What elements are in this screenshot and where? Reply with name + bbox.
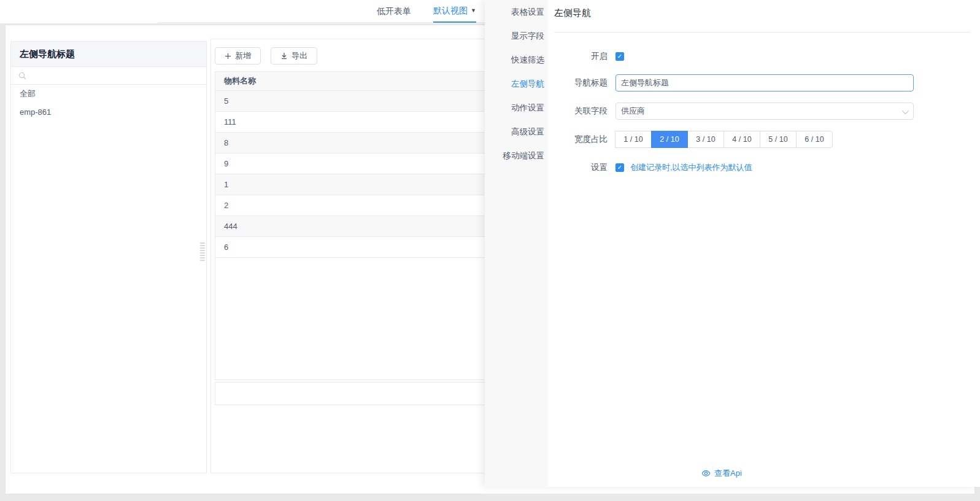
settings-label: 设置 — [548, 159, 608, 176]
check-icon: ✓ — [617, 53, 622, 60]
settings-menu-item[interactable]: 快速筛选 — [485, 48, 548, 72]
default-value-option-label[interactable]: 创建记录时,以选中列表作为默认值 — [630, 159, 752, 176]
settings-menu-item[interactable]: 显示字段 — [485, 24, 548, 48]
export-button[interactable]: 导出 — [271, 47, 317, 64]
related-field-row: 关联字段 供应商 — [548, 103, 947, 120]
view-tab[interactable]: 默认视图 ▼ — [433, 0, 476, 23]
caret-down-icon: ▼ — [471, 8, 476, 14]
download-icon — [280, 52, 288, 60]
width-ratio-option[interactable]: 1 / 10 — [615, 131, 652, 148]
width-ratio-label: 宽度占比 — [548, 131, 608, 148]
settings-panel: 左侧导航 开启 ✓ 导航标题 关联字段 — [548, 0, 980, 487]
table-toolbar: 新增 导出 — [215, 47, 317, 64]
export-button-label: 导出 — [291, 50, 307, 61]
enable-label: 开启 — [548, 48, 608, 65]
view-tabs: 低开表单 默认视图 ▼ — [158, 0, 485, 23]
settings-drawer: 表格设置显示字段快速筛选左侧导航动作设置高级设置移动端设置 左侧导航 开启 ✓ … — [485, 0, 980, 487]
view-api-label: 查看Api — [714, 468, 742, 479]
view-tab-label: 默认视图 — [433, 6, 468, 17]
add-button[interactable]: 新增 — [215, 47, 261, 64]
settings-menu-item[interactable]: 移动端设置 — [485, 144, 548, 168]
nav-search-box — [11, 67, 206, 85]
divider — [554, 32, 970, 33]
nav-list-item[interactable]: 全部 — [11, 85, 206, 103]
screen: 低开表单 默认视图 ▼ 左侧导航标题 全部emp-861 — [0, 0, 980, 501]
view-tab-label: 低开表单 — [377, 6, 411, 17]
view-api-link[interactable]: 查看Api — [701, 468, 742, 479]
nav-title-input[interactable] — [615, 74, 914, 91]
width-ratio-option[interactable]: 2 / 10 — [651, 131, 688, 148]
settings-panel-title: 左侧导航 — [554, 0, 591, 26]
left-nav-title: 左侧导航标题 — [11, 42, 206, 67]
related-field-select[interactable]: 供应商 — [615, 103, 914, 120]
settings-menu-item[interactable]: 左侧导航 — [485, 72, 548, 96]
nav-list-item[interactable]: emp-861 — [11, 103, 206, 122]
settings-menu-item[interactable]: 高级设置 — [485, 120, 548, 144]
left-nav-panel: 左侧导航标题 全部emp-861 — [10, 41, 207, 473]
nav-search-input[interactable] — [30, 68, 206, 84]
plus-icon — [225, 53, 231, 60]
settings-row: 设置 ✓ 创建记录时,以选中列表作为默认值 — [548, 159, 947, 176]
enable-row: 开启 ✓ — [548, 48, 947, 65]
search-icon — [18, 72, 26, 80]
related-field-label: 关联字段 — [548, 103, 608, 120]
width-ratio-option[interactable]: 3 / 10 — [687, 131, 724, 148]
nav-list: 全部emp-861 — [11, 85, 206, 122]
nav-title-label: 导航标题 — [548, 74, 608, 91]
settings-menu: 表格设置显示字段快速筛选左侧导航动作设置高级设置移动端设置 — [485, 0, 548, 487]
width-ratio-row: 宽度占比 1 / 102 / 103 / 104 / 105 / 106 / 1… — [548, 131, 947, 148]
width-ratio-option[interactable]: 6 / 10 — [796, 131, 833, 148]
eye-icon — [701, 470, 711, 477]
default-value-checkbox[interactable]: ✓ — [615, 163, 624, 172]
enable-checkbox[interactable]: ✓ — [615, 52, 624, 61]
related-field-value: 供应商 — [621, 106, 645, 115]
settings-menu-list: 表格设置显示字段快速筛选左侧导航动作设置高级设置移动端设置 — [485, 0, 548, 168]
width-ratio-segmented: 1 / 102 / 103 / 104 / 105 / 106 / 10 — [615, 131, 833, 148]
check-icon: ✓ — [617, 165, 622, 171]
nav-title-row: 导航标题 — [548, 74, 947, 91]
chevron-down-icon — [902, 107, 909, 114]
width-ratio-option[interactable]: 4 / 10 — [723, 131, 760, 148]
panel-resize-handle[interactable] — [200, 243, 205, 262]
width-ratio-option[interactable]: 5 / 10 — [760, 131, 797, 148]
settings-menu-item[interactable]: 表格设置 — [485, 0, 548, 24]
view-tab[interactable]: 低开表单 — [377, 0, 411, 23]
settings-menu-item[interactable]: 动作设置 — [485, 96, 548, 120]
add-button-label: 新增 — [235, 50, 251, 61]
